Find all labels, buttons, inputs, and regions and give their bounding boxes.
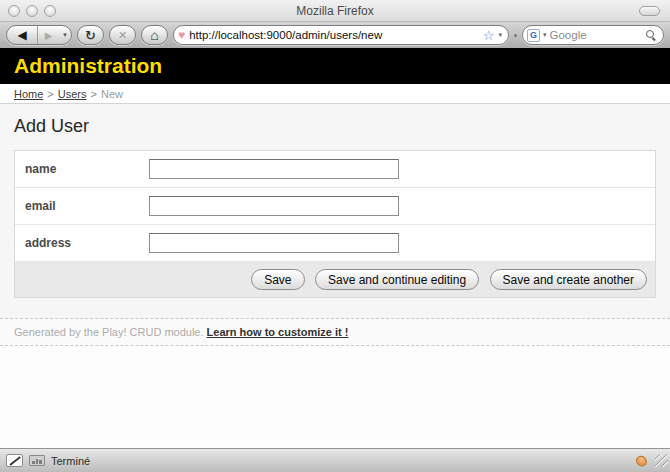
main-content: Add User name email address Save Save an… <box>0 104 670 319</box>
search-bar: G ▾ <box>522 25 664 45</box>
search-engine-dropdown-icon[interactable]: ▾ <box>543 31 547 39</box>
admin-title: Administration <box>14 54 162 78</box>
forward-icon: ▶ <box>45 30 53 41</box>
breadcrumb-current: New <box>101 88 123 100</box>
home-button[interactable]: ⌂ <box>141 25 168 45</box>
email-label: email <box>25 199 149 213</box>
bookmark-star-icon[interactable]: ☆ <box>483 29 495 42</box>
history-dropdown-button[interactable]: ▾ <box>59 26 71 44</box>
page-empty-area <box>0 346 670 448</box>
search-icon[interactable] <box>646 30 657 41</box>
edit-mode-icon[interactable] <box>6 454 23 467</box>
location-bar: ♥ ☆ ▾ <box>173 25 509 45</box>
site-identity-heart-icon[interactable]: ♥ <box>178 28 185 42</box>
address-field[interactable] <box>149 233 399 253</box>
firebug-icon[interactable] <box>634 453 649 468</box>
add-user-form: name email address Save Save and continu… <box>14 150 656 298</box>
save-and-create-another-button[interactable]: Save and create another <box>490 269 647 290</box>
customize-link[interactable]: Learn how to customize it ! <box>207 326 349 338</box>
page-info-icon[interactable] <box>29 455 45 466</box>
form-actions: Save Save and continue editing Save and … <box>15 262 655 297</box>
form-row-email: email <box>15 188 655 225</box>
home-icon: ⌂ <box>142 28 167 42</box>
status-text: Terminé <box>51 455 90 467</box>
toolbar-separator-dot <box>514 34 517 37</box>
crud-footer: Generated by the Play! CRUD module. Lear… <box>0 319 670 346</box>
form-row-name: name <box>15 151 655 188</box>
status-bar: Terminé <box>0 448 670 472</box>
save-and-continue-button[interactable]: Save and continue editing <box>315 269 479 290</box>
email-field[interactable] <box>149 196 399 216</box>
url-input[interactable] <box>189 29 479 41</box>
google-logo-icon[interactable]: G <box>527 29 540 42</box>
stop-button[interactable]: ✕ <box>109 25 136 45</box>
breadcrumb: Home > Users > New <box>0 84 670 104</box>
toolbar-toggle-button[interactable] <box>639 6 660 16</box>
back-button[interactable]: ◀ <box>7 26 37 44</box>
window-titlebar: Mozilla Firefox <box>0 0 670 22</box>
save-button[interactable]: Save <box>251 269 304 290</box>
breadcrumb-separator: > <box>47 88 53 100</box>
form-row-address: address <box>15 225 655 262</box>
name-field[interactable] <box>149 159 399 179</box>
address-label: address <box>25 236 149 250</box>
browser-window: Mozilla Firefox ◀ ▶ ▾ ↻ ✕ ⌂ ♥ ☆ ▾ G ▾ <box>0 0 670 472</box>
search-input[interactable] <box>550 29 643 41</box>
back-forward-group: ◀ ▶ ▾ <box>6 25 72 45</box>
navigation-toolbar: ◀ ▶ ▾ ↻ ✕ ⌂ ♥ ☆ ▾ G ▾ <box>0 22 670 48</box>
breadcrumb-link-users[interactable]: Users <box>58 88 87 100</box>
window-resize-grip[interactable] <box>655 454 668 467</box>
page-title: Add User <box>14 116 656 137</box>
back-icon: ◀ <box>17 28 26 42</box>
name-label: name <box>25 162 149 176</box>
reload-icon: ↻ <box>78 28 103 43</box>
chevron-down-icon: ▾ <box>63 31 67 39</box>
reload-button[interactable]: ↻ <box>77 25 104 45</box>
stop-icon: ✕ <box>110 29 135 42</box>
footer-text: Generated by the Play! CRUD module. <box>14 326 207 338</box>
window-title: Mozilla Firefox <box>0 4 670 18</box>
admin-header: Administration <box>0 48 670 84</box>
breadcrumb-separator: > <box>91 88 97 100</box>
breadcrumb-link-home[interactable]: Home <box>14 88 43 100</box>
location-dropdown-icon[interactable]: ▾ <box>498 31 502 39</box>
statusbar-right <box>636 454 664 467</box>
forward-button[interactable]: ▶ <box>37 26 59 44</box>
